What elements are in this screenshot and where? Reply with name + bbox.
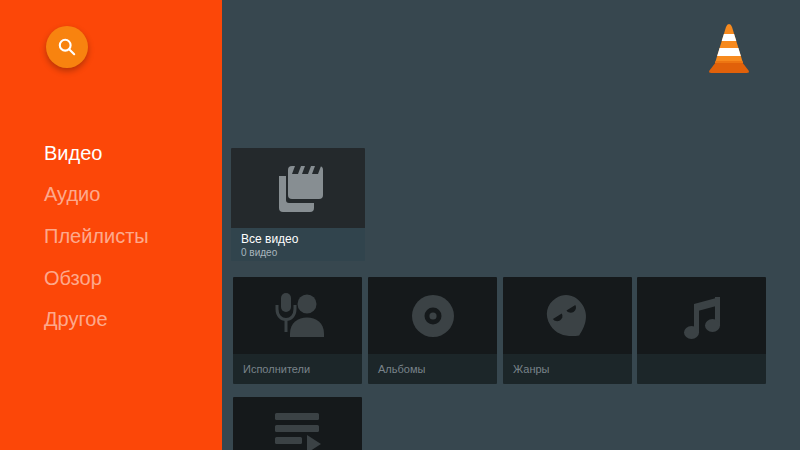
sidebar-item-browse[interactable]: Обзор [44,266,102,290]
card-all-videos-meta: Все видео 0 видео [231,228,365,261]
card-playlists-partial[interactable] [233,397,362,450]
card-title: Все видео [241,232,355,247]
card-title [637,354,766,384]
sidebar-item-video[interactable]: Видео [44,141,102,165]
sidebar: Видео Аудио Плейлисты Обзор Другое [0,0,222,450]
album-disc-icon [409,292,457,340]
card-albums[interactable]: Альбомы [368,277,497,384]
card-playlists-thumbnail [233,397,362,450]
card-genres[interactable]: Жанры [503,277,632,384]
search-button[interactable] [46,26,88,68]
card-genres-thumbnail [503,277,632,354]
sidebar-item-playlists[interactable]: Плейлисты [44,224,149,248]
card-title: Исполнители [233,354,362,384]
artist-microphone-icon [271,291,325,341]
vlc-tv-home-screen: Видео Аудио Плейлисты Обзор Другое [0,0,800,450]
card-tracks[interactable] [637,277,766,384]
card-subtitle: 0 видео [241,247,355,259]
card-title: Жанры [503,354,632,384]
card-artists-thumbnail [233,277,362,354]
card-all-videos[interactable]: Все видео 0 видео [231,148,365,261]
genres-mask-icon [541,289,595,343]
card-albums-thumbnail [368,277,497,354]
playlist-icon [273,413,323,450]
card-tracks-thumbnail [637,277,766,354]
card-artists[interactable]: Исполнители [233,277,362,384]
card-all-videos-thumbnail [231,148,365,228]
vlc-cone-icon [706,21,752,73]
sidebar-item-audio[interactable]: Аудио [44,182,100,206]
music-note-icon [677,291,727,341]
video-collection-icon [268,161,328,215]
search-icon [57,37,77,57]
card-title: Альбомы [368,354,497,384]
sidebar-item-other[interactable]: Другое [44,307,108,331]
